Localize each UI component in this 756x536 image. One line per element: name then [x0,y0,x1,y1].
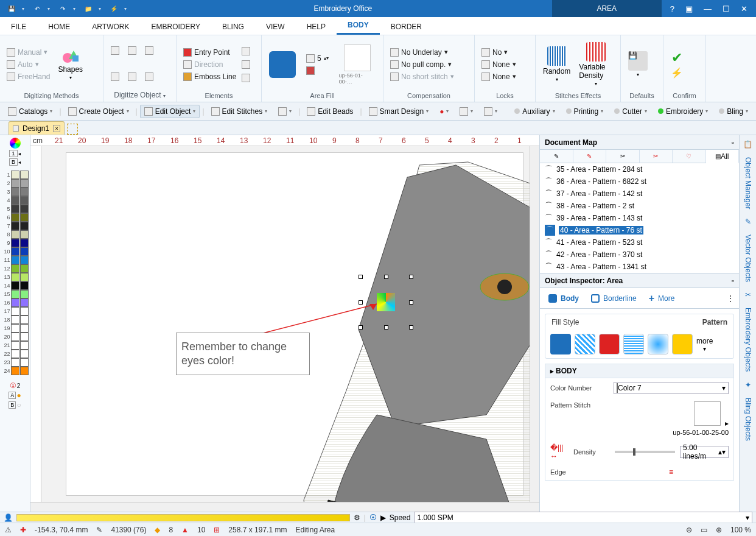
scrollbar-h[interactable] [30,502,539,512]
annotation-note[interactable]: Remember to change eyes color! [176,333,310,375]
shapes-button[interactable]: Shapes▾ [55,48,85,80]
edit-stitches-button[interactable]: Edit Stitches▾ [207,105,272,118]
menu-embroidery[interactable]: EMBROIDERY [140,19,211,35]
swatch[interactable] [11,324,19,333]
tool-icon[interactable] [111,46,119,55]
inspector-tab-body[interactable]: Body [545,292,583,305]
docmap-row[interactable]: ⌒35 - Area - Pattern - 284 st [540,163,739,175]
swatch[interactable] [11,281,19,290]
entry-point[interactable]: Entry Point [181,48,232,57]
swatch[interactable] [11,358,19,367]
swatch[interactable] [11,307,19,316]
swatch[interactable] [11,341,19,350]
density-slider[interactable] [615,451,675,453]
zoom-in-icon[interactable]: ⊕ [716,526,722,534]
variable-density-button[interactable]: Variable Density▾ [576,42,615,86]
docmap-row[interactable]: ⌒41 - Area - Pattern - 523 st [540,236,739,249]
cutter-toggle[interactable]: Cutter▾ [610,105,651,118]
swatch[interactable] [11,333,19,341]
fill-preview-icon[interactable] [269,51,296,78]
color-number-select[interactable]: Color 7▾ [614,382,729,394]
help-icon[interactable]: ? [670,4,674,13]
edit-beads-button[interactable]: Edit Beads [303,105,357,118]
close-icon[interactable]: ✕ [741,4,747,13]
docmap-row[interactable]: ⌒38 - Area - Pattern - 2 st [540,200,739,212]
inspector-tab-more[interactable]: +More [645,291,679,306]
timeline-track[interactable] [16,514,350,521]
auxiliary-toggle[interactable]: Auxiliary▾ [510,105,559,118]
folder-icon[interactable]: 📁 [82,3,95,14]
docmap-row[interactable]: ⌒42 - Area - Pattern - 370 st [540,249,739,261]
embroidery-toggle[interactable]: Embroidery▾ [654,105,712,118]
bling-objects-tab[interactable]: ✦ [745,381,751,389]
swatch[interactable] [11,196,19,205]
emboss-line[interactable]: Emboss Line [181,72,238,82]
panel-undock-icon[interactable]: ▫ [732,138,734,147]
filter-scissors-icon[interactable]: ✂ [606,150,640,163]
filter-pencil-icon[interactable]: ✎ [540,150,573,163]
swatch[interactable] [11,247,19,256]
swatch[interactable] [11,298,19,307]
edge-icon[interactable]: ≡ [614,468,729,476]
swatch[interactable] [11,273,19,281]
settings-icon[interactable]: ⚙ [354,513,360,522]
swatch[interactable] [11,350,19,358]
warning-icon[interactable]: ⚠ [5,526,12,534]
spin-value[interactable]: 5 ▴▾ [304,54,331,63]
swatch[interactable] [11,264,19,273]
maximize-icon[interactable]: ☐ [723,4,730,13]
swatch[interactable] [11,179,19,188]
docmap-row[interactable]: ⌒37 - Area - Pattern - 142 st [540,188,739,200]
minimize-icon[interactable]: — [704,4,712,13]
direction[interactable]: Direction [181,60,225,69]
fill-pattern-opt[interactable] [550,334,571,354]
pattern-preview[interactable] [694,401,721,426]
swatch[interactable] [11,290,19,298]
menu-bling[interactable]: BLING [211,19,255,35]
menu-view[interactable]: VIEW [255,19,296,35]
menu-home[interactable]: HOME [37,19,81,35]
embroidery-objects-tab[interactable]: ✂ [745,291,751,299]
swatch[interactable] [11,213,19,222]
catalogs-button[interactable]: Catalogs▾ [4,105,57,118]
new-tab-icon[interactable] [67,124,78,135]
edit-object-button[interactable]: Edit Object▾ [140,105,200,118]
swatch[interactable] [11,256,19,264]
menu-artwork[interactable]: ARTWORK [81,19,140,35]
zoom-out-icon[interactable]: ⊖ [686,526,692,534]
filter-all-tab[interactable]: ▤ All [706,150,740,163]
redo-icon[interactable]: ↷ [56,3,69,14]
menu-help[interactable]: HELP [296,19,337,35]
no-pull[interactable]: No pull comp. ▾ [388,60,453,69]
swatch[interactable] [11,230,19,239]
menu-file[interactable]: FILE [0,19,37,35]
bling-toggle[interactable]: Bling▾ [715,105,752,118]
docmap-row[interactable]: ⌒43 - Area - Pattern - 1341 st [540,261,739,273]
menu-border[interactable]: BORDER [380,19,433,35]
digitize-auto[interactable]: Auto ▾ [5,60,41,69]
density-value[interactable]: 5.00 lines/m▴▾ [680,446,729,458]
zoom-fit-icon[interactable]: ▭ [701,526,707,534]
canvas[interactable]: Remember to change eyes color! [41,146,530,502]
play-icon[interactable]: ▶ [380,513,386,522]
swatch[interactable] [11,239,19,247]
swatch[interactable] [11,222,19,230]
create-object-button[interactable]: Create Object▾ [64,105,133,118]
timeline-play-icon[interactable]: ⦿ [369,513,377,522]
printing-toggle[interactable]: Printing▾ [562,105,608,118]
color-wheel-icon[interactable] [10,138,21,149]
swatch[interactable] [11,205,19,213]
docmap-row[interactable]: ⌒39 - Area - Pattern - 143 st [540,212,739,224]
menu-body[interactable]: BODY [337,17,380,35]
swatch[interactable] [11,171,19,179]
no-short[interactable]: No short stitch ▾ [388,72,456,82]
restore-window-icon[interactable]: ▣ [685,4,693,13]
smart-design-button[interactable]: Smart Design▾ [365,105,433,118]
document-tab[interactable]: Design1 × [9,121,65,135]
defaults-button[interactable]: 💾▾ [626,51,650,77]
confirm-button[interactable]: ✔⚡ [668,50,685,79]
selection-handles[interactable] [359,275,413,330]
speed-value[interactable]: 1.000 SPM▾ [414,512,752,524]
digitize-freehand[interactable]: FreeHand [5,72,52,82]
no-underlay[interactable]: No Underlay ▾ [388,48,450,57]
